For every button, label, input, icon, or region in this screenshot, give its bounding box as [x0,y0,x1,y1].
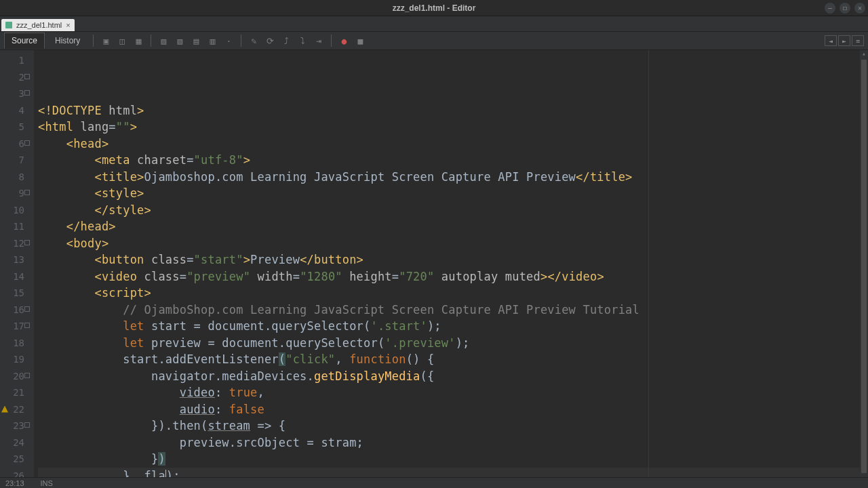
line-gutter[interactable]: 1234567891011121314151617181920212223242… [0,50,34,483]
nav-controls: ◄ ► ≡ [825,35,864,46]
toolbar-icon[interactable]: ▧ [173,34,186,47]
toolbar-icon[interactable]: ⇥ [312,34,326,47]
code-line[interactable]: <script> [38,285,868,302]
line-number[interactable]: 10 [0,202,34,219]
line-number[interactable]: 20 [0,368,34,385]
nav-forward-icon[interactable]: ► [838,35,850,46]
line-number[interactable]: 21 [0,384,34,401]
window-controls: — ◻ ✕ [825,3,865,14]
toolbar-icon[interactable]: ◫ [115,34,129,47]
file-type-icon [5,22,12,28]
close-icon[interactable]: ✕ [854,3,865,14]
code-line[interactable]: audio: false [38,401,868,418]
editor[interactable]: 1234567891011121314151617181920212223242… [0,50,868,483]
line-number[interactable]: 14 [0,268,34,285]
stop-icon[interactable]: ■ [353,34,367,47]
code-line[interactable]: <video class="preview" width="1280" heig… [38,268,868,285]
line-number[interactable]: 18 [0,335,34,352]
file-tab-label: zzz_del1.html [16,21,62,29]
insert-mode: INS [41,479,53,487]
code-line[interactable]: let preview = document.querySelector('.p… [38,335,868,352]
line-number[interactable]: 8 [0,169,34,186]
vertical-scrollbar[interactable]: ▴ [860,50,868,477]
code-line[interactable]: // OjamboShop.com Learning JavaScript Sc… [38,302,868,319]
toolbar-icon[interactable]: ⤴ [279,34,293,47]
line-number[interactable]: 25 [0,451,34,468]
code-line[interactable]: <!DOCTYPE html> [38,102,868,119]
toolbar: Source History ▣ ◫ ▦ ▨ ▧ ▤ ▥ · ✎ ⟳ ⤴ ⤵ ⇥… [0,31,868,50]
code-line[interactable]: }).then(stream => { [38,418,868,434]
separator [331,35,332,47]
code-line[interactable]: </head> [38,218,868,235]
tab-history[interactable]: History [47,33,87,49]
line-number[interactable]: 4 [0,102,34,119]
code-line[interactable]: </style> [38,202,868,219]
file-tabs: zzz_del1.html × [0,16,868,31]
line-number[interactable]: 12 [0,235,34,252]
code-line[interactable]: start.addEventListener("click", function… [38,351,868,368]
statusbar: 23:13 INS [0,477,868,488]
ruler [648,50,649,483]
code-line[interactable]: <meta charset="utf-8"> [38,152,868,169]
code-line[interactable]: let start = document.querySelector('.sta… [38,318,868,335]
line-number[interactable]: 16 [0,302,34,319]
code-line[interactable]: }) [38,451,868,468]
record-icon[interactable]: ● [337,34,351,47]
code-line[interactable]: <html lang=""> [38,119,868,136]
line-number[interactable]: 13 [0,251,34,268]
tab-source[interactable]: Source [4,33,45,49]
window-title: zzz_del1.html - Editor [393,3,476,13]
toolbar-icon[interactable]: ▦ [132,34,145,47]
toolbar-icon[interactable]: ▨ [157,34,170,47]
separator [241,35,241,47]
nav-back-icon[interactable]: ◄ [825,35,837,46]
toolbar-icon[interactable]: ⟳ [263,34,277,47]
line-number[interactable]: 6 [0,136,34,152]
toolbar-icon[interactable]: ⤵ [296,34,309,47]
line-number[interactable]: 7 [0,152,34,169]
file-tab[interactable]: zzz_del1.html × [1,19,75,31]
nav-menu-icon[interactable]: ≡ [852,35,864,46]
line-number[interactable]: 24 [0,434,34,451]
code-line[interactable]: <button class="start">Preview</button> [38,251,868,268]
line-number[interactable]: 2 [0,69,34,86]
toolbar-icon[interactable]: ▤ [189,34,203,47]
maximize-icon[interactable]: ◻ [840,3,850,14]
line-number[interactable]: 23 [0,418,34,434]
separator [151,35,151,47]
warning-icon[interactable] [1,406,8,413]
code-line[interactable]: video: true, [38,384,868,401]
line-number[interactable]: 22 [0,401,34,418]
code-line[interactable]: navigator.mediaDevices.getDisplayMedia({ [38,368,868,385]
toolbar-icon[interactable]: ✎ [247,34,260,47]
line-number[interactable]: 5 [0,119,34,136]
toolbar-icon[interactable]: · [222,34,235,47]
line-number[interactable]: 3 [0,85,34,102]
code-line[interactable]: preview.srcObject = stram; [38,434,868,451]
minimize-icon[interactable]: — [825,3,835,14]
separator [93,35,94,47]
code-line[interactable]: <body> [38,235,868,252]
code-line[interactable]: <head> [38,136,868,152]
line-number[interactable]: 15 [0,285,34,302]
code-line[interactable]: <title>Ojamboshop.com Learning JavaScrip… [38,169,868,186]
line-number[interactable]: 9 [0,185,34,202]
scrollbar-thumb[interactable] [861,60,867,473]
line-number[interactable]: 17 [0,318,34,335]
tab-close-icon[interactable]: × [66,21,70,29]
line-number[interactable]: 1 [0,52,34,69]
titlebar: zzz_del1.html - Editor — ◻ ✕ [0,0,868,16]
code-line[interactable]: <style> [38,185,868,202]
code-area[interactable]: <!DOCTYPE html><html lang=""> <head> <me… [34,50,868,483]
line-number[interactable]: 19 [0,351,34,368]
scroll-up-icon[interactable]: ▴ [861,50,867,57]
toolbar-icon[interactable]: ▣ [99,34,113,47]
toolbar-icon[interactable]: ▥ [205,34,219,47]
cursor-position: 23:13 [5,479,24,487]
line-number[interactable]: 11 [0,218,34,235]
